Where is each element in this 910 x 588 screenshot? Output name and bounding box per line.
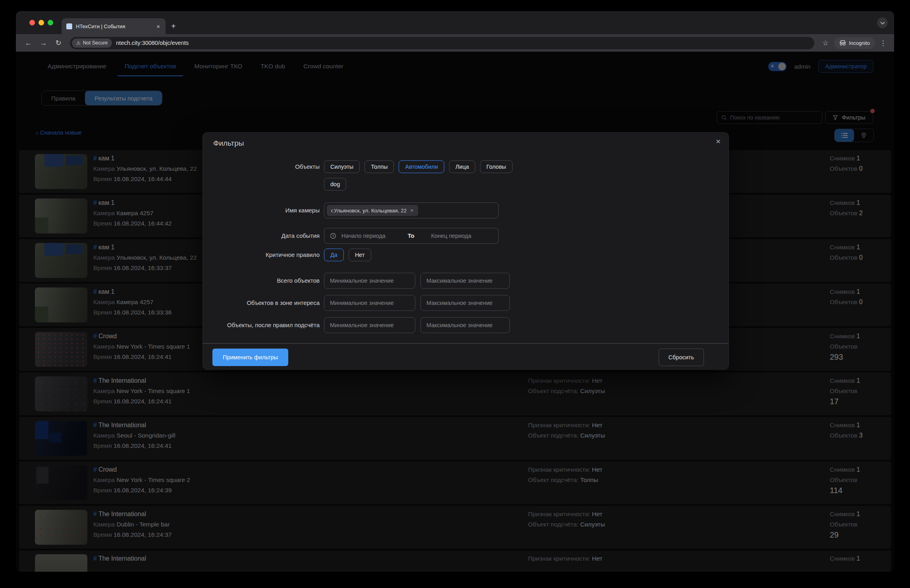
apply-filters-button[interactable]: Применить фильтры	[212, 349, 288, 366]
filter-chip-label: Нет	[355, 252, 365, 258]
browser-tab[interactable]: НТехСити | События ×	[62, 18, 166, 34]
modal-title: Фильтры	[213, 139, 244, 148]
chevron-down-icon	[880, 21, 885, 25]
max-value-input[interactable]	[420, 295, 510, 311]
number-filter-label: Объектов в зоне интереса	[212, 295, 320, 311]
number-filter-label: Всего объектов	[212, 273, 320, 289]
new-tab-button[interactable]: +	[171, 21, 176, 31]
warning-icon: ⚠	[76, 40, 81, 46]
filter-chip[interactable]: Силуэты	[324, 160, 360, 173]
filter-chip-label: Толпы	[371, 164, 388, 170]
tab-title: НТехСити | События	[76, 23, 152, 29]
number-filter-row: Объектов в зоне интереса	[212, 295, 719, 311]
min-value-input[interactable]	[324, 295, 415, 311]
tab-close-icon[interactable]: ×	[156, 23, 161, 30]
camera-filter-row: Имя камеры г.Ульяновск, ул. Кольцевая, 2…	[212, 202, 719, 218]
reset-filters-button[interactable]: Сбросить	[659, 349, 704, 366]
not-secure-label: Not Secure	[83, 40, 108, 46]
traffic-lights	[29, 11, 53, 34]
forward-button[interactable]: →	[37, 37, 49, 49]
min-value-input[interactable]	[324, 273, 415, 289]
filter-chip-label: Лица	[455, 164, 469, 170]
number-filter-row: Объекты, после правил подсчёта	[212, 317, 719, 333]
filter-chip-label: Силуэты	[330, 164, 353, 170]
date-to-label: То	[408, 233, 415, 239]
tab-strip: НТехСити | События × +	[16, 11, 894, 34]
filter-chip[interactable]: dog	[324, 178, 346, 191]
camera-tag: г.Ульяновск, ул. Кольцевая, 22 ×	[327, 205, 418, 216]
camera-tag-label: г.Ульяновск, ул. Кольцевая, 22	[331, 208, 407, 214]
reload-button[interactable]: ↻	[52, 37, 64, 49]
filter-chip[interactable]: Нет	[349, 249, 371, 261]
browser-toolbar: ← → ↻ ⚠ Not Secure ntech.city:30080/objc…	[16, 34, 894, 52]
bookmark-star-icon[interactable]: ☆	[820, 39, 831, 47]
critical-rule-row: Критичное правило Да Нет	[212, 249, 719, 261]
min-value-input[interactable]	[324, 317, 415, 333]
url-text: ntech.city:30080/objc/events	[116, 40, 189, 46]
browser-menu-icon[interactable]: ⋮	[878, 39, 888, 47]
date-filter-row: Дата события Начало периода То Конец пер…	[212, 228, 719, 244]
objects-filter-row: Объекты Силуэты Толпы Автомобили Лица Го…	[212, 160, 719, 191]
date-start-placeholder[interactable]: Начало периода	[341, 233, 386, 239]
modal-footer-divider	[203, 343, 729, 344]
critical-rule-label: Критичное правило	[212, 249, 320, 261]
filter-chip-label: Автомобили	[405, 164, 438, 170]
filter-chip[interactable]: Толпы	[364, 160, 394, 173]
filter-chip-label: Головы	[486, 164, 506, 170]
incognito-badge: Incognito	[834, 37, 875, 49]
tab-search-button[interactable]	[877, 17, 888, 28]
date-label: Дата события	[212, 228, 320, 244]
camera-tag-remove-icon[interactable]: ×	[410, 207, 413, 214]
camera-label: Имя камеры	[212, 202, 320, 218]
filters-form: Объекты Силуэты Толпы Автомобили Лица Го…	[212, 160, 719, 339]
filter-chip-label: Да	[330, 252, 337, 258]
window-zoom-button[interactable]	[48, 20, 53, 25]
number-filter-label: Объекты, после правил подсчёта	[212, 317, 320, 333]
back-button[interactable]: ←	[22, 37, 34, 49]
filter-chip[interactable]: Да	[324, 249, 344, 261]
max-value-input[interactable]	[420, 273, 510, 289]
camera-name-input[interactable]: г.Ульяновск, ул. Кольцевая, 22 ×	[324, 202, 499, 218]
not-secure-badge[interactable]: ⚠ Not Secure	[72, 39, 112, 48]
site-favicon	[66, 23, 72, 29]
incognito-label: Incognito	[849, 40, 870, 46]
url-bar[interactable]: ⚠ Not Secure ntech.city:30080/objc/event…	[70, 37, 814, 49]
window-minimize-button[interactable]	[39, 20, 44, 25]
number-filter-row: Всего объектов	[212, 273, 719, 289]
filters-modal: Фильтры × Объекты Силуэты Толпы Автомоби…	[202, 132, 729, 370]
filter-chip[interactable]: Автомобили	[399, 160, 444, 173]
modal-close-icon[interactable]: ×	[716, 137, 721, 146]
browser-window: НТехСити | События × + ← → ↻ ⚠ Not Secur…	[16, 11, 894, 572]
desktop-background: НТехСити | События × + ← → ↻ ⚠ Not Secur…	[0, 0, 910, 588]
max-value-input[interactable]	[420, 317, 510, 333]
window-close-button[interactable]	[29, 20, 35, 25]
filter-chip[interactable]: Лица	[449, 160, 475, 173]
incognito-icon	[839, 40, 846, 46]
date-range-input[interactable]: Начало периода То Конец периода	[324, 228, 499, 244]
objects-label: Объекты	[212, 160, 320, 173]
filter-chip-label: dog	[330, 181, 340, 187]
filter-chip[interactable]: Головы	[480, 160, 512, 173]
clock-icon	[330, 233, 336, 239]
date-end-placeholder[interactable]: Конец периода	[431, 233, 471, 239]
